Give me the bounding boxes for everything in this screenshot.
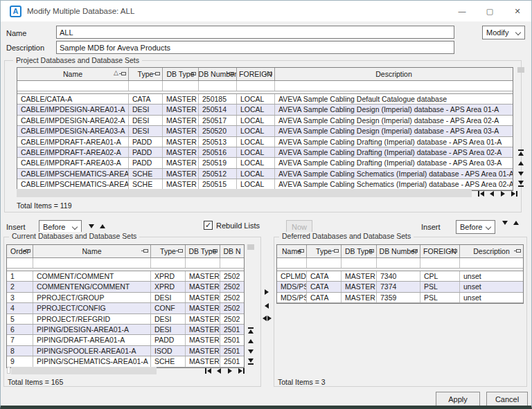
column-header-dbtype[interactable]: DB Type [186, 245, 220, 257]
column-header-name[interactable]: Name △ [17, 68, 129, 80]
go-last-icon[interactable] [509, 190, 519, 197]
filter-cell[interactable] [342, 258, 377, 268]
filter-cell[interactable] [129, 81, 163, 91]
move-down-icon[interactable] [502, 221, 508, 225]
column-header-dbnumber[interactable]: DB N [220, 245, 244, 257]
table-row[interactable]: 4PPROJECT/CONFIGCONFMASTER2502 [7, 303, 244, 313]
scroll-to-bottom-icon[interactable] [516, 179, 526, 188]
pin-icon[interactable] [229, 72, 234, 75]
cancel-button[interactable]: Cancel [486, 392, 528, 406]
scroll-up-icon[interactable] [516, 158, 526, 167]
description-input[interactable] [56, 41, 454, 54]
pin-icon[interactable] [143, 249, 148, 253]
filter-cell[interactable] [7, 258, 33, 268]
go-next-icon[interactable] [498, 190, 508, 197]
minimize-icon[interactable]: — [448, 1, 476, 21]
rebuild-lists-checkbox[interactable]: ✓ [204, 221, 213, 230]
pin-icon[interactable] [369, 249, 374, 253]
go-previous-icon[interactable] [487, 190, 497, 197]
table-row[interactable]: CABLE/IMPDRAFT-AREA03-APADDMASTER250519L… [17, 158, 513, 168]
column-header-name[interactable]: Name [277, 245, 307, 257]
move-to-deferred-button[interactable] [260, 287, 273, 298]
filter-cell[interactable] [151, 258, 186, 268]
column-header-name[interactable]: Name [33, 245, 151, 257]
pin-icon[interactable] [191, 72, 196, 75]
column-header-description[interactable]: Description [275, 68, 513, 80]
column-header-description[interactable]: Description [460, 245, 523, 257]
filter-cell[interactable] [220, 258, 244, 268]
apply-button[interactable]: Apply [436, 392, 480, 406]
pin-icon[interactable] [121, 72, 126, 75]
table-row[interactable]: 8PIPING/SPOOLER-AREA01-AISODMASTER2501 [7, 346, 244, 356]
table-row[interactable]: CABLE/IMPSCHEMATICS-AREA01-ASCHEMASTER25… [17, 169, 513, 179]
filter-cell[interactable] [377, 258, 420, 268]
filter-cell[interactable] [420, 258, 460, 268]
table-row[interactable]: CABLE/IMPDESIGN-AREA01-ADESIMASTER250514… [17, 104, 513, 115]
mode-select[interactable]: Modify [482, 26, 525, 39]
maximize-icon[interactable]: ▢ [476, 1, 504, 21]
column-header-dbtype[interactable]: DB Type [163, 68, 199, 80]
close-icon[interactable]: ✕ [504, 1, 531, 21]
table-row[interactable]: CABLE/IMPDESIGN-AREA03-ADESIMASTER250520… [17, 126, 513, 136]
filter-cell[interactable] [33, 258, 151, 268]
horizontal-scrollbar[interactable] [11, 367, 157, 374]
column-header-type[interactable]: Type [307, 245, 342, 257]
table-row[interactable]: 3PPROJECT/GROUPDESIMASTER2502 [7, 293, 244, 303]
scroll-to-bottom-icon[interactable] [246, 357, 256, 366]
column-header-order[interactable]: Order [7, 245, 33, 257]
column-header-dbnumber[interactable]: DB Number [199, 68, 237, 80]
filter-cell[interactable] [199, 81, 237, 91]
filter-cell[interactable] [275, 81, 513, 91]
pin-icon[interactable] [452, 249, 457, 253]
go-first-icon[interactable] [476, 190, 486, 197]
column-header-dbtype[interactable]: DB Type [342, 245, 377, 257]
table-row[interactable]: 6PIPING/DESIGN-AREA01-ADESIMASTER2501 [7, 325, 244, 335]
name-input[interactable] [56, 26, 454, 39]
table-row[interactable]: CABLE/IMPDESIGN-AREA02-ADESIMASTER250517… [17, 116, 513, 126]
pin-icon[interactable] [213, 249, 218, 253]
table-row[interactable]: CABLE/IMPDRAFT-AREA01-APADDMASTER250513L… [17, 137, 513, 147]
vertical-scrollbar-thumb[interactable] [247, 244, 254, 250]
go-first-icon[interactable] [203, 367, 213, 374]
pin-icon[interactable] [516, 249, 521, 253]
table-row[interactable]: CABLE/IMPDRAFT-AREA02-APADDMASTER250516L… [17, 147, 513, 158]
move-up-icon[interactable] [100, 224, 105, 228]
go-previous-icon[interactable] [214, 367, 224, 374]
move-both-button[interactable] [260, 313, 273, 324]
filter-cell[interactable] [17, 81, 129, 91]
column-header-dbnumber[interactable]: DB Number [377, 245, 420, 257]
move-up-icon[interactable] [513, 221, 519, 225]
table-row[interactable]: 7PIPING/DRAFT-AREA01-APADDMASTER2501 [7, 335, 244, 345]
pin-icon[interactable] [299, 249, 304, 253]
scroll-down-icon[interactable] [246, 347, 256, 356]
table-row[interactable]: CPLMD...CATAMASTER7340CPLunset [277, 271, 523, 282]
filter-cell[interactable] [163, 81, 199, 91]
table-row[interactable]: 1COMMENT/COMMENTXPRDMASTER2502 [7, 271, 244, 282]
scroll-down-icon[interactable] [516, 169, 526, 178]
pin-icon[interactable] [267, 72, 272, 75]
pin-icon[interactable] [178, 249, 183, 253]
table-row[interactable]: 5PPROJECT/REFGRIDDESIMASTER2502 [7, 314, 244, 325]
filter-cell[interactable] [460, 258, 523, 268]
column-header-type[interactable]: Type [129, 68, 163, 80]
table-row[interactable]: MDS/PS...CATAMASTER7359PSLunset [277, 293, 523, 303]
column-header-foreign[interactable]: FOREIGN [420, 245, 460, 257]
go-next-icon[interactable] [225, 367, 235, 374]
filter-cell[interactable] [277, 258, 307, 268]
column-header-foreign[interactable]: FOREIGN [237, 68, 275, 80]
column-header-type[interactable]: Type [151, 245, 186, 257]
filter-cell[interactable] [186, 258, 220, 268]
pin-icon[interactable] [413, 249, 418, 253]
table-row[interactable]: CABLE/CATA-ACATAMASTER250185LOCALAVEVA S… [17, 94, 513, 104]
table-row[interactable]: 9PIPING/SCHEMATICS-AREA01-ASCHEMASTER250… [7, 356, 244, 367]
horizontal-scrollbar[interactable] [17, 189, 472, 197]
pin-icon[interactable] [155, 72, 160, 75]
scroll-up-icon[interactable] [246, 336, 256, 345]
vertical-scrollbar-thumb[interactable] [517, 67, 524, 73]
scroll-to-top-icon[interactable] [516, 148, 526, 157]
move-to-current-button[interactable] [260, 300, 273, 311]
filter-cell[interactable] [237, 81, 275, 91]
filter-cell[interactable] [307, 258, 342, 268]
horizontal-scrollbar-thumb[interactable] [7, 367, 10, 374]
table-row[interactable]: 2COMMENTENG/COMMENTXPRDMASTER2502 [7, 282, 244, 292]
